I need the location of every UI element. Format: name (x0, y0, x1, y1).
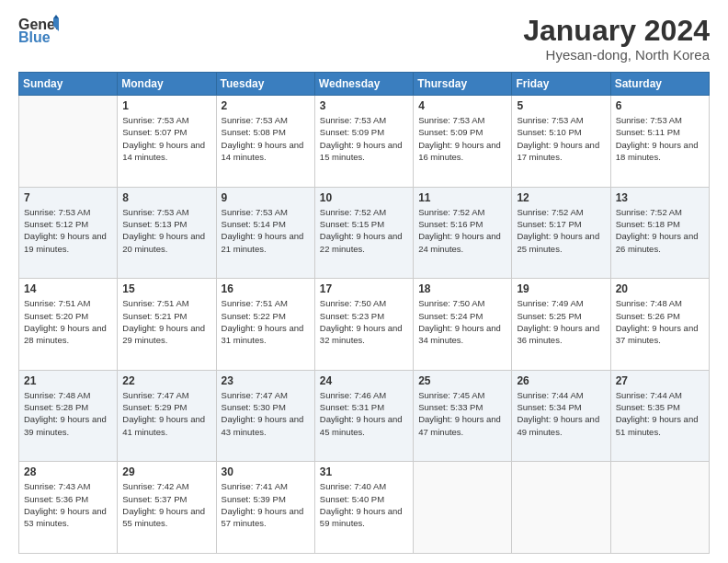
sunrise-time: Sunrise: 7:50 AM (320, 298, 386, 308)
sunset-time: Sunset: 5:29 PM (122, 402, 187, 412)
sunrise-time: Sunrise: 7:53 AM (122, 115, 188, 125)
daylight-hours: Daylight: 9 hours and 29 minutes. (122, 323, 205, 345)
daylight-hours: Daylight: 9 hours and 24 minutes. (418, 231, 501, 253)
daylight-hours: Daylight: 9 hours and 43 minutes. (222, 414, 304, 436)
calendar-cell: 27 Sunrise: 7:44 AM Sunset: 5:35 PM Dayl… (610, 370, 709, 462)
day-number: 31 (320, 465, 408, 478)
calendar-cell: 9 Sunrise: 7:53 AM Sunset: 5:14 PM Dayli… (216, 187, 314, 279)
sunset-time: Sunset: 5:07 PM (122, 127, 187, 137)
day-info: Sunrise: 7:47 AM Sunset: 5:30 PM Dayligh… (222, 389, 310, 438)
day-info: Sunrise: 7:51 AM Sunset: 5:20 PM Dayligh… (24, 297, 112, 346)
sunrise-time: Sunrise: 7:47 AM (222, 390, 288, 400)
day-number: 19 (517, 282, 605, 295)
calendar-cell: 18 Sunrise: 7:50 AM Sunset: 5:24 PM Dayl… (414, 279, 512, 371)
sunset-time: Sunset: 5:40 PM (320, 494, 384, 504)
day-number: 14 (24, 282, 112, 295)
sunset-time: Sunset: 5:36 PM (24, 494, 88, 504)
svg-text:Blue: Blue (18, 29, 51, 45)
sunset-time: Sunset: 5:30 PM (222, 402, 286, 412)
sunrise-time: Sunrise: 7:44 AM (517, 390, 583, 400)
day-info: Sunrise: 7:48 AM Sunset: 5:26 PM Dayligh… (616, 297, 704, 346)
sunset-time: Sunset: 5:11 PM (616, 127, 680, 137)
sunrise-time: Sunrise: 7:51 AM (24, 298, 90, 308)
sunset-time: Sunset: 5:18 PM (616, 219, 680, 229)
calendar-cell (414, 462, 512, 554)
daylight-hours: Daylight: 9 hours and 16 minutes. (418, 140, 501, 162)
daylight-hours: Daylight: 9 hours and 15 minutes. (320, 140, 403, 162)
day-info: Sunrise: 7:53 AM Sunset: 5:14 PM Dayligh… (222, 206, 310, 255)
day-number: 10 (320, 191, 408, 204)
calendar-cell: 30 Sunrise: 7:41 AM Sunset: 5:39 PM Dayl… (216, 462, 314, 554)
calendar-cell: 24 Sunrise: 7:46 AM Sunset: 5:31 PM Dayl… (314, 370, 413, 462)
day-number: 18 (418, 282, 506, 295)
day-number: 16 (222, 282, 310, 295)
daylight-hours: Daylight: 9 hours and 53 minutes. (24, 506, 107, 528)
daylight-hours: Daylight: 9 hours and 19 minutes. (24, 231, 107, 253)
day-info: Sunrise: 7:43 AM Sunset: 5:36 PM Dayligh… (24, 480, 112, 529)
daylight-hours: Daylight: 9 hours and 31 minutes. (222, 323, 304, 345)
daylight-hours: Daylight: 9 hours and 57 minutes. (222, 506, 304, 528)
sunset-time: Sunset: 5:08 PM (222, 127, 286, 137)
daylight-hours: Daylight: 9 hours and 18 minutes. (616, 140, 699, 162)
daylight-hours: Daylight: 9 hours and 39 minutes. (24, 414, 107, 436)
sunrise-time: Sunrise: 7:49 AM (517, 298, 583, 308)
daylight-hours: Daylight: 9 hours and 25 minutes. (517, 231, 599, 253)
day-number: 15 (122, 282, 210, 295)
day-number: 8 (122, 191, 210, 204)
sunset-time: Sunset: 5:23 PM (320, 311, 384, 321)
day-number: 3 (320, 99, 408, 112)
calendar-cell: 31 Sunrise: 7:40 AM Sunset: 5:40 PM Dayl… (314, 462, 413, 554)
day-header-tuesday: Tuesday (216, 73, 314, 96)
day-info: Sunrise: 7:53 AM Sunset: 5:07 PM Dayligh… (122, 114, 210, 163)
sunrise-time: Sunrise: 7:41 AM (222, 481, 288, 491)
calendar-cell (19, 96, 118, 188)
daylight-hours: Daylight: 9 hours and 45 minutes. (320, 414, 403, 436)
calendar-cell: 15 Sunrise: 7:51 AM Sunset: 5:21 PM Dayl… (118, 279, 216, 371)
calendar-cell: 1 Sunrise: 7:53 AM Sunset: 5:07 PM Dayli… (118, 96, 216, 188)
sunset-time: Sunset: 5:22 PM (222, 311, 286, 321)
sunrise-time: Sunrise: 7:53 AM (320, 115, 386, 125)
calendar-cell: 25 Sunrise: 7:45 AM Sunset: 5:33 PM Dayl… (414, 370, 512, 462)
sunset-time: Sunset: 5:13 PM (122, 219, 187, 229)
day-number: 12 (517, 191, 605, 204)
calendar-cell: 26 Sunrise: 7:44 AM Sunset: 5:34 PM Dayl… (512, 370, 610, 462)
sunrise-time: Sunrise: 7:46 AM (320, 390, 386, 400)
sunset-time: Sunset: 5:17 PM (517, 219, 581, 229)
calendar-cell: 3 Sunrise: 7:53 AM Sunset: 5:09 PM Dayli… (314, 96, 413, 188)
day-info: Sunrise: 7:44 AM Sunset: 5:35 PM Dayligh… (616, 389, 704, 438)
calendar-cell: 23 Sunrise: 7:47 AM Sunset: 5:30 PM Dayl… (216, 370, 314, 462)
sunrise-time: Sunrise: 7:51 AM (122, 298, 188, 308)
daylight-hours: Daylight: 9 hours and 28 minutes. (24, 323, 107, 345)
sunset-time: Sunset: 5:35 PM (616, 402, 680, 412)
day-header-saturday: Saturday (610, 73, 709, 96)
sunrise-time: Sunrise: 7:42 AM (122, 481, 188, 491)
day-number: 13 (616, 191, 704, 204)
sunset-time: Sunset: 5:33 PM (418, 402, 483, 412)
day-info: Sunrise: 7:51 AM Sunset: 5:22 PM Dayligh… (222, 297, 310, 346)
day-info: Sunrise: 7:53 AM Sunset: 5:13 PM Dayligh… (122, 206, 210, 255)
day-info: Sunrise: 7:53 AM Sunset: 5:12 PM Dayligh… (24, 206, 112, 255)
day-number: 21 (24, 374, 112, 387)
day-number: 26 (517, 374, 605, 387)
calendar-cell: 19 Sunrise: 7:49 AM Sunset: 5:25 PM Dayl… (512, 279, 610, 371)
sunset-time: Sunset: 5:09 PM (418, 127, 483, 137)
sunset-time: Sunset: 5:20 PM (24, 311, 88, 321)
sunset-time: Sunset: 5:28 PM (24, 402, 88, 412)
day-info: Sunrise: 7:52 AM Sunset: 5:15 PM Dayligh… (320, 206, 408, 255)
sunset-time: Sunset: 5:37 PM (122, 494, 187, 504)
day-info: Sunrise: 7:53 AM Sunset: 5:09 PM Dayligh… (320, 114, 408, 163)
calendar-cell: 29 Sunrise: 7:42 AM Sunset: 5:37 PM Dayl… (118, 462, 216, 554)
sunrise-time: Sunrise: 7:52 AM (517, 207, 583, 217)
sunrise-time: Sunrise: 7:48 AM (616, 298, 682, 308)
calendar-cell: 7 Sunrise: 7:53 AM Sunset: 5:12 PM Dayli… (19, 187, 118, 279)
calendar-cell: 22 Sunrise: 7:47 AM Sunset: 5:29 PM Dayl… (118, 370, 216, 462)
day-info: Sunrise: 7:53 AM Sunset: 5:08 PM Dayligh… (222, 114, 310, 163)
day-number: 6 (616, 99, 704, 112)
day-info: Sunrise: 7:52 AM Sunset: 5:17 PM Dayligh… (517, 206, 605, 255)
calendar-cell: 11 Sunrise: 7:52 AM Sunset: 5:16 PM Dayl… (414, 187, 512, 279)
daylight-hours: Daylight: 9 hours and 51 minutes. (616, 414, 699, 436)
sunrise-time: Sunrise: 7:44 AM (616, 390, 682, 400)
daylight-hours: Daylight: 9 hours and 37 minutes. (616, 323, 699, 345)
daylight-hours: Daylight: 9 hours and 26 minutes. (616, 231, 699, 253)
sunset-time: Sunset: 5:21 PM (122, 311, 187, 321)
